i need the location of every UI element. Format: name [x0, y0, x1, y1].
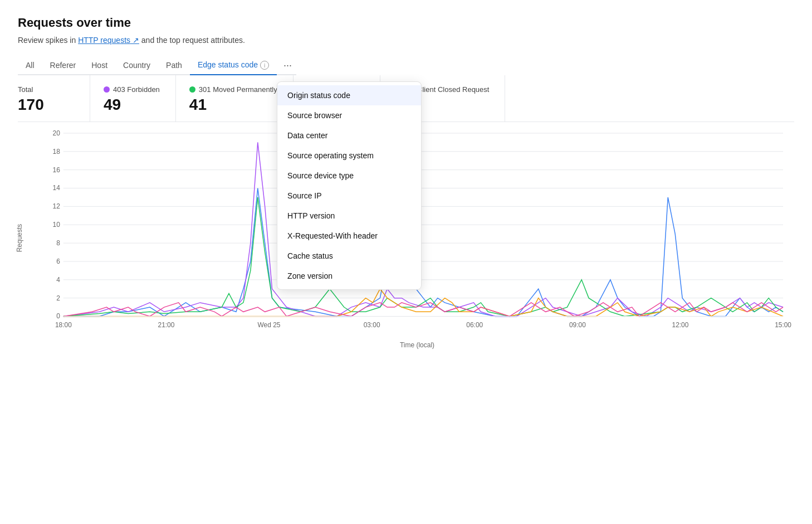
stat-label-403: 403 Forbidden — [113, 85, 160, 94]
svg-text:09:00: 09:00 — [569, 322, 586, 329]
svg-text:4: 4 — [56, 276, 60, 284]
dropdown-item-zone-version[interactable]: Zone version — [277, 266, 421, 286]
dropdown-item-http-version[interactable]: HTTP version — [277, 206, 421, 226]
svg-text:14: 14 — [53, 185, 61, 192]
svg-text:21:00: 21:00 — [158, 322, 175, 329]
svg-text:0: 0 — [56, 313, 60, 321]
stat-block-403: 403 Forbidden49 — [90, 75, 176, 122]
svg-text:Wed 25: Wed 25 — [258, 322, 281, 329]
stat-label-301: 301 Moved Permanently — [199, 85, 277, 94]
svg-text:12: 12 — [53, 203, 61, 211]
y-axis-label: Requests — [16, 224, 23, 253]
more-options-button[interactable]: ··· — [279, 58, 296, 72]
dropdown-item-source-ip[interactable]: Source IP — [277, 186, 421, 206]
svg-text:06:00: 06:00 — [466, 322, 483, 329]
svg-text:12:00: 12:00 — [672, 322, 689, 329]
svg-text:6: 6 — [56, 258, 60, 265]
tabs-row: AllRefererHostCountryPathEdge status cod… — [18, 56, 794, 75]
svg-text:2: 2 — [56, 294, 60, 302]
stat-value-403: 49 — [104, 96, 160, 114]
stat-block-301: 301 Moved Permanently41 — [176, 75, 294, 122]
dropdown-item-source-os[interactable]: Source operating system — [277, 145, 421, 166]
tab-referer[interactable]: Referer — [42, 56, 84, 75]
svg-text:18: 18 — [53, 148, 61, 156]
stat-value-301: 41 — [189, 96, 277, 114]
dropdown-item-data-center[interactable]: Data center — [277, 125, 421, 145]
svg-text:10: 10 — [53, 221, 61, 229]
dropdown-menu: Origin status codeSource browserData cen… — [277, 81, 422, 290]
dropdown-item-origin-status-code[interactable]: Origin status code — [277, 85, 421, 105]
status-dot-301 — [189, 86, 195, 93]
tab-host[interactable]: Host — [84, 56, 115, 75]
info-icon[interactable]: i — [260, 61, 269, 70]
svg-text:8: 8 — [56, 239, 60, 247]
page-title: Requests over time — [18, 16, 794, 30]
x-axis-label: Time (local) — [40, 341, 794, 349]
svg-text:20: 20 — [53, 129, 61, 137]
svg-text:15:00: 15:00 — [775, 322, 791, 329]
more-dropdown-wrapper: ···Origin status codeSource browserData … — [277, 58, 296, 72]
tab-edge-status-code[interactable]: Edge status codei — [190, 56, 277, 75]
svg-text:03:00: 03:00 — [364, 322, 380, 329]
stat-label-total: Total — [18, 85, 33, 94]
dropdown-item-x-requested-with[interactable]: X-Requested-With header — [277, 226, 421, 246]
stat-block-total: Total170 — [18, 75, 90, 122]
status-dot-403 — [104, 86, 110, 93]
tab-path[interactable]: Path — [158, 56, 190, 75]
http-requests-link[interactable]: HTTP requests ↗ — [78, 36, 139, 45]
subtitle: Review spikes in HTTP requests ↗ and the… — [18, 36, 794, 45]
svg-text:16: 16 — [53, 166, 61, 174]
dropdown-item-source-browser[interactable]: Source browser — [277, 105, 421, 125]
stat-value-total: 170 — [18, 96, 74, 114]
dropdown-item-source-device[interactable]: Source device type — [277, 166, 421, 186]
svg-text:18:00: 18:00 — [55, 322, 72, 329]
tab-country[interactable]: Country — [115, 56, 158, 75]
dropdown-item-cache-status[interactable]: Cache status — [277, 246, 421, 266]
tab-all[interactable]: All — [18, 56, 42, 75]
tabs-container: AllRefererHostCountryPathEdge status cod… — [18, 56, 296, 75]
